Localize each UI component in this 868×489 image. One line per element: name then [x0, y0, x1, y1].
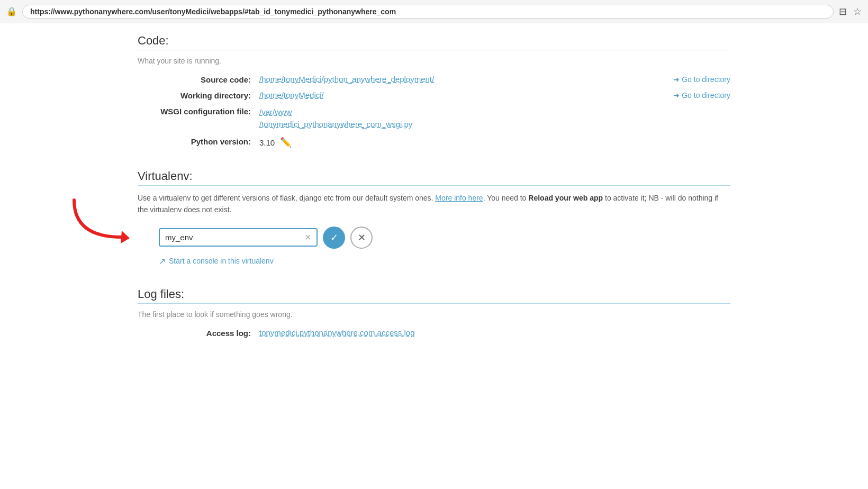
code-section-divider [138, 50, 730, 50]
clear-input-icon[interactable]: ✕ [304, 232, 311, 242]
pencil-icon[interactable]: ✏️ [280, 137, 292, 148]
source-code-goto-label: Go to directory [682, 75, 730, 84]
working-dir-goto-label: Go to directory [682, 91, 730, 99]
working-dir-value: /home/tonyMedici/ [259, 90, 625, 99]
access-log-row: Access log: tonymedici.pythonanywhere.co… [138, 328, 730, 338]
access-log-label: Access log: [138, 328, 259, 338]
svg-marker-0 [121, 231, 130, 243]
code-section: Code: What your site is running. Source … [138, 34, 730, 148]
checkmark-icon: ✓ [330, 232, 338, 243]
working-dir-label: Working directory: [138, 90, 259, 100]
start-console-link[interactable]: ↗ Start a console in this virtualenv [159, 256, 274, 266]
virtualenv-section: Virtualenv: Use a virtualenv to get diff… [138, 169, 730, 266]
browser-bar: 🔒 https://www.pythonanywhere.com/user/to… [0, 0, 868, 23]
star-icon: ☆ [853, 6, 862, 17]
url-prefix: https:// [30, 7, 55, 16]
access-log-link[interactable]: tonymedici.pythonanywhere.com.access.log [259, 328, 414, 337]
virtualenv-desc-part2: . You need to [483, 194, 527, 202]
start-console-text: Start a console in this virtualenv [169, 257, 274, 265]
wsgi-value: /var/www /tonymedici_pythonanywhere_com_… [259, 106, 625, 130]
access-log-value: tonymedici.pythonanywhere.com.access.log [259, 328, 730, 337]
python-version-value: 3.10 ✏️ [259, 137, 625, 148]
source-code-value: /home/tonyMedici/python_anywhere_deploym… [259, 75, 625, 84]
url-domain: www.pythonanywhere.com [55, 7, 150, 16]
python-version-row-inner: 3.10 ✏️ [259, 137, 625, 148]
virtualenv-more-info-link[interactable]: More info here [435, 194, 483, 202]
virtualenv-section-divider [138, 185, 730, 186]
wsgi-value-line2: /tonymedici_pythonanywhere_com_wsgi.py [259, 120, 412, 129]
log-files-section-divider [138, 303, 730, 304]
python-version-label: Python version: [138, 137, 259, 146]
working-dir-link[interactable]: /home/tonyMedici/ [259, 90, 324, 99]
page-content: Code: What your site is running. Source … [116, 23, 752, 380]
log-files-section-title: Log files: [138, 287, 730, 301]
working-dir-goto-link[interactable]: ➜ Go to directory [673, 91, 730, 99]
confirm-virtualenv-button[interactable]: ✓ [323, 227, 345, 249]
virtualenv-more-info-text: More info here [435, 194, 483, 202]
times-icon: ✕ [358, 232, 366, 243]
arrow-right-icon: ➜ [673, 75, 680, 84]
virtualenv-input[interactable] [165, 233, 304, 242]
wsgi-link[interactable]: /var/www /tonymedici_pythonanywhere_com_… [259, 107, 412, 129]
working-dir-row: Working directory: /home/tonyMedici/ ➜ G… [138, 90, 730, 100]
virtualenv-input-row: ✕ ✓ ✕ [159, 227, 730, 249]
lock-icon: 🔒 [6, 6, 17, 16]
code-section-title: Code: [138, 34, 730, 48]
python-version-row: Python version: 3.10 ✏️ [138, 137, 730, 148]
source-code-action: ➜ Go to directory [625, 75, 730, 84]
wsgi-row: WSGI configuration file: /var/www /tonym… [138, 106, 730, 130]
virtualenv-section-title: Virtualenv: [138, 169, 730, 183]
wsgi-label: WSGI configuration file: [138, 106, 259, 116]
annotation-wrapper: ✕ ✓ ✕ [138, 227, 730, 249]
browser-icons: ⊟ ☆ [839, 6, 862, 17]
wsgi-value-line1: /var/www [259, 107, 292, 116]
virtualenv-desc-part1: Use a virtualenv to get different versio… [138, 194, 433, 202]
external-link-icon: ↗ [159, 256, 166, 266]
url-rest: /user/tonyMedici/webapps/#tab_id_tonymed… [150, 7, 396, 16]
working-dir-action: ➜ Go to directory [625, 90, 730, 99]
virtualenv-desc: Use a virtualenv to get different versio… [138, 192, 730, 216]
virtualenv-desc-bold: Reload your web app [528, 194, 603, 202]
code-info-table: Source code: /home/tonyMedici/python_any… [138, 75, 730, 148]
source-code-goto-link[interactable]: ➜ Go to directory [673, 75, 730, 84]
source-code-label: Source code: [138, 75, 259, 84]
python-version-number: 3.10 [259, 138, 275, 147]
virtualenv-input-wrapper: ✕ [159, 228, 318, 247]
source-code-link[interactable]: /home/tonyMedici/python_anywhere_deploym… [259, 75, 434, 84]
source-code-row: Source code: /home/tonyMedici/python_any… [138, 75, 730, 84]
code-section-subtitle: What your site is running. [138, 57, 730, 65]
page-icon: ⊟ [839, 6, 847, 17]
arrow-right-icon-2: ➜ [673, 91, 680, 99]
cancel-virtualenv-button[interactable]: ✕ [350, 227, 373, 249]
log-files-section: Log files: The first place to look if so… [138, 287, 730, 338]
url-bar: https://www.pythonanywhere.com/user/tony… [22, 5, 834, 19]
red-arrow-annotation [69, 195, 138, 248]
log-files-subtitle: The first place to look if something goe… [138, 310, 730, 319]
